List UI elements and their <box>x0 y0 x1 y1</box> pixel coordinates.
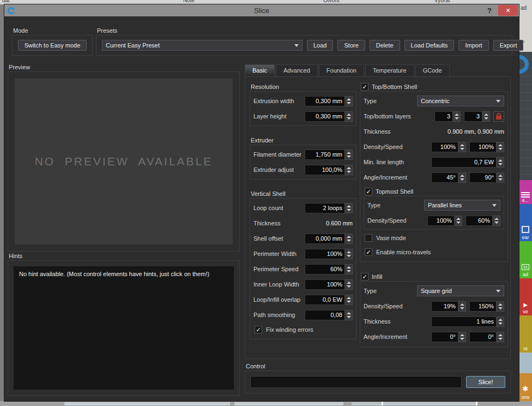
menu-item[interactable]: Vybrat <box>434 0 450 3</box>
shell-type-dropdown[interactable]: Concentric <box>417 95 504 106</box>
export-button[interactable]: Export <box>493 40 524 51</box>
top-layers-field[interactable]: 3 <box>434 111 461 122</box>
tab-foundation[interactable]: Foundation <box>319 64 364 77</box>
layer-height-field[interactable]: 0,300 mm <box>305 111 353 122</box>
spinner[interactable] <box>344 249 353 259</box>
dropdown-value: Square grid <box>421 288 496 294</box>
topmost-density-field[interactable]: 100% <box>427 216 462 226</box>
tab-basic[interactable]: Basic <box>245 64 275 77</box>
toolbar-tile[interactable] <box>519 353 532 373</box>
store-button[interactable]: Store <box>337 40 365 51</box>
infill-thickness-field[interactable]: 1 lines <box>431 317 504 327</box>
tab-advanced[interactable]: Advanced <box>276 64 318 77</box>
extrusion-width-field[interactable]: 0,300 mm <box>305 96 353 106</box>
topmost-speed-field[interactable]: 60% <box>466 216 500 226</box>
spinner[interactable] <box>344 310 353 320</box>
spinner[interactable] <box>496 301 504 312</box>
infill-checkbox[interactable]: ✓ <box>361 273 368 280</box>
load-defaults-button[interactable]: Load Defaults <box>404 40 455 51</box>
spinner[interactable] <box>454 216 462 226</box>
inner-loop-width-field[interactable]: 100% <box>305 279 353 290</box>
spinner[interactable] <box>452 111 461 122</box>
spinner[interactable] <box>496 172 504 183</box>
preset-dropdown[interactable]: Current Easy Preset <box>102 40 303 51</box>
field-value: 3 <box>434 111 452 122</box>
density-field[interactable]: 100% <box>431 142 466 152</box>
loop-count-field[interactable]: 2 loops <box>305 203 353 213</box>
shell-offset-field[interactable]: 0,000 mm <box>305 234 353 244</box>
hints-text-area: No hint available. (Most control element… <box>14 266 234 390</box>
spinner[interactable] <box>492 216 500 226</box>
spinner[interactable] <box>458 172 466 183</box>
spinner[interactable] <box>482 111 490 122</box>
close-button[interactable]: ✕ <box>498 5 518 16</box>
angle-field[interactable]: 45° <box>431 172 466 183</box>
lock-button[interactable] <box>493 111 504 122</box>
min-line-length-field[interactable]: 0,7 EW <box>431 157 504 168</box>
setting-row: Inner Loop Width 100% <box>250 277 356 292</box>
menu-item[interactable]: Otvorit <box>323 0 339 3</box>
toolbar-tile[interactable]: ✱ ons <box>519 373 532 401</box>
spinner[interactable] <box>344 150 353 160</box>
vase-mode-checkbox[interactable] <box>365 234 372 242</box>
spinner[interactable] <box>458 332 466 342</box>
field-label: Extruder adjust <box>253 166 305 173</box>
delete-button[interactable]: Delete <box>370 40 400 51</box>
spinner[interactable] <box>496 157 504 168</box>
spinner[interactable] <box>496 142 504 152</box>
spinner[interactable] <box>344 203 353 213</box>
fix-winding-errors-checkbox[interactable]: ✓ <box>255 326 262 333</box>
spinner[interactable] <box>344 234 353 244</box>
import-button[interactable]: Import <box>458 40 488 51</box>
slice-button[interactable]: Slice! <box>466 376 505 388</box>
perimeter-width-field[interactable]: 100% <box>305 249 353 259</box>
spinner[interactable] <box>496 317 504 327</box>
setting-row: Type Concentric <box>360 93 507 109</box>
spinner[interactable] <box>496 332 504 342</box>
tab-temperature[interactable]: Temperature <box>365 64 414 77</box>
setting-row: Thickness 0.900 mm, 0.900 mm <box>360 124 507 139</box>
toolbar-tile[interactable]: nt <box>519 315 532 353</box>
speed-field[interactable]: 100% <box>469 142 504 152</box>
load-button[interactable]: Load <box>307 40 333 51</box>
spinner[interactable] <box>344 165 353 175</box>
tab-gcode[interactable]: GCode <box>415 64 450 77</box>
toolbar-tile[interactable]: e... <box>519 180 532 204</box>
filament-diameter-field[interactable]: 1,750 mm <box>305 150 353 160</box>
spinner[interactable] <box>344 264 353 274</box>
infill-density-field[interactable]: 19% <box>431 301 466 312</box>
spinner[interactable] <box>344 96 353 106</box>
top-bottom-shell-checkbox[interactable]: ✓ <box>361 83 368 91</box>
spinner[interactable] <box>458 301 466 312</box>
menu-item[interactable]: dat <box>2 0 10 3</box>
folder-icon <box>522 226 529 233</box>
field-value: 0,000 mm <box>305 234 344 244</box>
group-label: Control <box>245 362 511 371</box>
help-button[interactable]: ? <box>487 7 492 15</box>
bottom-layers-field[interactable]: 3 <box>464 111 490 122</box>
perimeter-speed-field[interactable]: 60% <box>305 264 353 274</box>
enable-micro-travels-checkbox[interactable]: ✓ <box>365 248 372 256</box>
topmost-type-dropdown[interactable]: Parallel lines <box>424 200 500 211</box>
loop-infill-overlap-field[interactable]: 0,0 EW <box>305 295 353 305</box>
switch-easy-mode-button[interactable]: Switch to Easy mode <box>18 40 87 51</box>
spinner[interactable] <box>344 295 353 305</box>
infill-increment-field[interactable]: 0° <box>469 332 504 342</box>
menu-item[interactable]: Note <box>183 0 195 3</box>
mode-group: Mode Switch to Easy mode <box>12 26 93 56</box>
titlebar[interactable]: Slice ? ✕ <box>4 4 519 16</box>
spinner[interactable] <box>344 111 353 122</box>
toolbar-tile[interactable]: 31 ad <box>519 241 532 278</box>
spinner[interactable] <box>344 279 353 290</box>
field-value: 2 loops <box>305 203 344 213</box>
extruder-adjust-field[interactable]: 100,0% <box>305 165 353 175</box>
path-smoothing-field[interactable]: 0,08 <box>305 310 353 320</box>
infill-speed-field[interactable]: 150% <box>469 301 504 312</box>
toolbar-tile[interactable]: ▶ ve <box>519 278 532 315</box>
toolbar-tile[interactable]: ear <box>519 204 532 241</box>
spinner[interactable] <box>458 142 466 152</box>
topmost-shell-checkbox[interactable]: ✓ <box>365 188 372 195</box>
infill-angle-field[interactable]: 0° <box>431 332 466 342</box>
increment-field[interactable]: 90° <box>469 172 504 183</box>
infill-type-dropdown[interactable]: Square grid <box>417 285 504 296</box>
